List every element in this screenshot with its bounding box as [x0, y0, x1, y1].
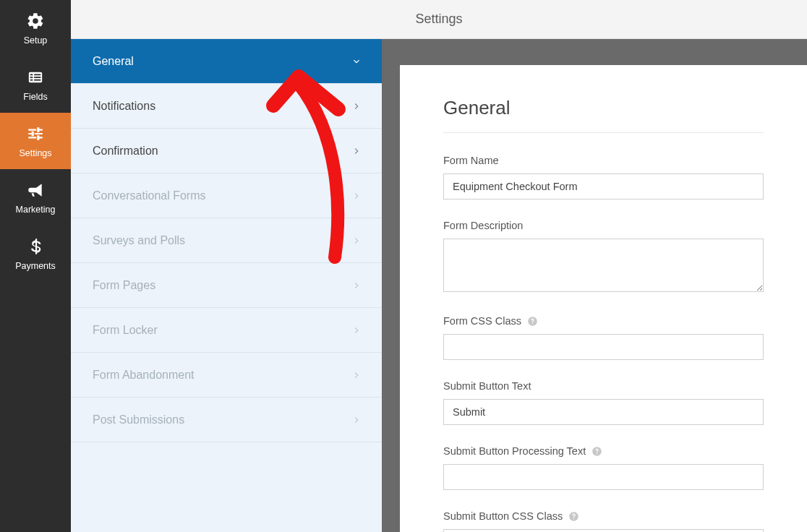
field-submit-button-processing-text: Submit Button Processing Text [443, 445, 764, 490]
input-submit-button-text[interactable] [443, 399, 764, 425]
settings-item-label: Form Pages [93, 279, 155, 292]
input-submit-button-processing-text[interactable] [443, 464, 764, 490]
svg-point-12 [573, 518, 575, 519]
chevron-right-icon [351, 415, 362, 425]
chevron-right-icon [351, 191, 362, 201]
bullhorn-icon [25, 180, 46, 200]
sidebar-item-fields[interactable]: Fields [0, 56, 71, 113]
label-form-css-class: Form CSS Class [443, 315, 764, 327]
sliders-icon [25, 124, 46, 144]
sidebar-item-payments[interactable]: Payments [0, 226, 71, 282]
label-form-description: Form Description [443, 220, 764, 231]
svg-point-10 [597, 452, 598, 454]
label-form-name: Form Name [443, 155, 764, 166]
help-icon[interactable] [592, 446, 602, 457]
settings-item-form-locker[interactable]: Form Locker [71, 308, 382, 353]
chevron-right-icon [351, 325, 362, 335]
settings-item-label: Form Locker [93, 324, 158, 337]
svg-rect-2 [34, 74, 40, 75]
settings-item-label: Post Submissions [93, 413, 184, 426]
svg-rect-6 [34, 80, 40, 81]
input-form-css-class[interactable] [443, 334, 764, 360]
sidebar-label-settings: Settings [19, 148, 51, 158]
settings-item-label: Conversational Forms [93, 189, 206, 202]
field-form-description: Form Description [443, 220, 764, 295]
settings-item-post-submissions[interactable]: Post Submissions [71, 398, 382, 442]
form-card: General Form Name Form Description Form … [400, 65, 807, 532]
sidebar-item-settings[interactable]: Settings [0, 113, 71, 169]
chevron-right-icon [351, 370, 362, 380]
settings-item-label: Confirmation [93, 145, 158, 158]
chevron-right-icon [351, 236, 362, 246]
settings-panel: General Notifications Confirmation Conve… [71, 39, 382, 532]
page-title: Settings [415, 12, 462, 27]
settings-item-form-abandonment[interactable]: Form Abandonment [71, 353, 382, 398]
input-submit-button-css-class[interactable] [443, 529, 764, 532]
sidebar-item-marketing[interactable]: Marketing [0, 169, 71, 226]
field-submit-button-text: Submit Button Text [443, 380, 764, 425]
settings-item-general[interactable]: General [71, 39, 382, 84]
settings-item-label: General [93, 55, 134, 68]
help-icon[interactable] [527, 316, 538, 327]
input-form-name[interactable] [443, 173, 764, 200]
chevron-right-icon [351, 101, 362, 111]
chevron-right-icon [351, 280, 362, 291]
settings-item-conversational-forms[interactable]: Conversational Forms [71, 173, 382, 218]
sidebar-label-marketing: Marketing [16, 205, 56, 215]
label-text: Form CSS Class [443, 315, 521, 327]
list-icon [25, 67, 46, 87]
label-text: Submit Button Processing Text [443, 445, 586, 457]
form-heading: General [443, 97, 764, 133]
svg-point-8 [532, 322, 534, 324]
svg-rect-3 [30, 77, 33, 78]
gear-icon [25, 11, 46, 31]
svg-rect-5 [30, 80, 33, 81]
field-form-name: Form Name [443, 155, 764, 200]
settings-item-label: Notifications [93, 100, 155, 113]
help-icon[interactable] [568, 511, 579, 522]
chevron-right-icon [351, 146, 362, 156]
label-text: Submit Button CSS Class [443, 510, 563, 522]
dollar-icon [25, 236, 46, 257]
settings-item-confirmation[interactable]: Confirmation [71, 129, 382, 173]
top-bar: Settings [71, 0, 807, 39]
sidebar-label-fields: Fields [23, 92, 47, 102]
label-submit-button-processing-text: Submit Button Processing Text [443, 445, 764, 457]
settings-item-notifications[interactable]: Notifications [71, 84, 382, 129]
label-submit-button-css-class: Submit Button CSS Class [443, 510, 764, 522]
preview-area: General Form Name Form Description Form … [382, 39, 807, 532]
chevron-down-icon [351, 56, 362, 66]
textarea-form-description[interactable] [443, 239, 764, 292]
sidebar-label-setup: Setup [24, 35, 48, 46]
field-form-css-class: Form CSS Class [443, 315, 764, 360]
settings-item-label: Form Abandonment [93, 369, 195, 382]
settings-item-surveys-polls[interactable]: Surveys and Polls [71, 218, 382, 263]
sidebar-label-payments: Payments [15, 261, 56, 271]
label-submit-button-text: Submit Button Text [443, 380, 764, 392]
svg-rect-4 [34, 77, 40, 78]
field-submit-button-css-class: Submit Button CSS Class [443, 510, 764, 532]
svg-rect-1 [30, 74, 33, 75]
icon-sidebar: Setup Fields Settings Marketing Payments [0, 0, 71, 532]
sidebar-item-setup[interactable]: Setup [0, 0, 71, 56]
settings-item-form-pages[interactable]: Form Pages [71, 263, 382, 308]
settings-item-label: Surveys and Polls [93, 234, 185, 247]
